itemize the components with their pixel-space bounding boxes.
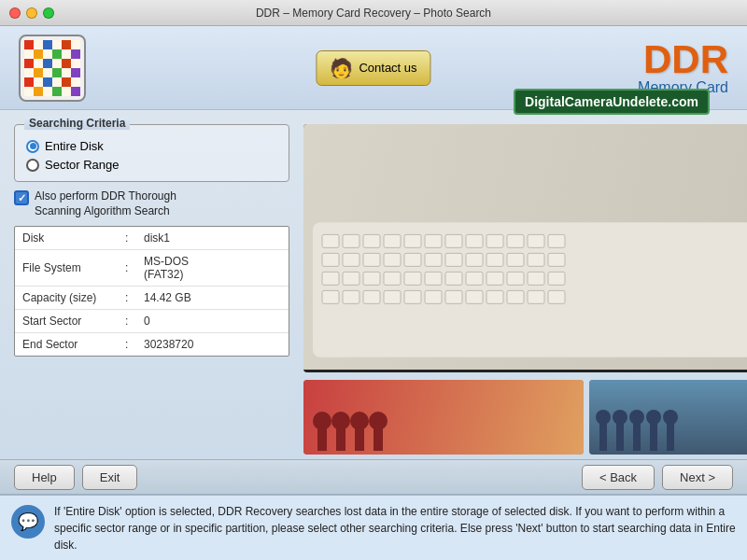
radio-sector-range-label: Sector Range	[45, 158, 120, 172]
di-colon-capacity: :	[125, 291, 144, 304]
radio-entire-disk[interactable]: Entire Disk	[26, 139, 277, 153]
di-label-fs: File System	[22, 261, 125, 274]
info-bar: 💬 If 'Entire Disk' option is selected, D…	[0, 495, 747, 560]
ddr-logo-text: DDR	[638, 40, 728, 79]
thumbnail-1[interactable]	[303, 380, 584, 455]
thorough-scan-row[interactable]: ✓ Also perform DDR ThoroughScanning Algo…	[14, 189, 289, 218]
di-value-end: 30238720	[144, 338, 193, 351]
di-value-start: 0	[144, 315, 150, 328]
radio-entire-disk-indicator	[26, 140, 39, 153]
next-button[interactable]: Next >	[662, 465, 733, 490]
thumbnail-2[interactable]	[589, 380, 747, 455]
di-label-disk: Disk	[22, 231, 125, 245]
right-panel	[303, 124, 747, 455]
right-buttons: < Back Next >	[582, 465, 733, 490]
search-criteria-label: Searching Criteria	[24, 117, 130, 130]
radio-sector-range[interactable]: Sector Range	[26, 158, 277, 172]
window-title: DDR – Memory Card Recovery – Photo Searc…	[256, 7, 491, 20]
disk-info-row-capacity: Capacity (size) : 14.42 GB	[15, 287, 289, 310]
back-button[interactable]: < Back	[582, 465, 655, 490]
button-bar: Help Exit < Back Next >	[0, 459, 747, 495]
di-colon-disk: :	[125, 231, 144, 245]
thorough-scan-label: Also perform DDR ThoroughScanning Algori…	[35, 189, 176, 218]
di-colon-start: :	[125, 315, 144, 328]
minimize-button[interactable]	[26, 7, 37, 19]
di-value-capacity: 14.42 GB	[144, 291, 191, 304]
help-button[interactable]: Help	[14, 465, 75, 490]
content-area: Searching Criteria Entire Disk Sector Ra…	[0, 110, 747, 459]
left-panel: Searching Criteria Entire Disk Sector Ra…	[14, 124, 289, 455]
search-criteria-box: Searching Criteria Entire Disk Sector Ra…	[14, 124, 289, 182]
close-button[interactable]	[9, 7, 21, 19]
left-buttons: Help Exit	[14, 465, 137, 490]
di-label-capacity: Capacity (size)	[22, 291, 125, 304]
di-colon-end: :	[125, 338, 144, 351]
di-label-start: Start Sector	[22, 315, 125, 328]
thumb1-canvas	[303, 380, 584, 455]
radio-entire-disk-label: Entire Disk	[45, 139, 104, 153]
exit-button[interactable]: Exit	[82, 465, 138, 490]
disk-info-row-fs: File System : MS-DOS(FAT32)	[15, 250, 289, 287]
di-colon-fs: :	[125, 261, 144, 274]
app-logo	[19, 35, 86, 102]
disk-info-row-start: Start Sector : 0	[15, 310, 289, 333]
contact-label: Contact us	[359, 61, 416, 75]
info-text: If 'Entire Disk' option is selected, DDR…	[54, 503, 736, 553]
brand-area: DDR Memory Card DigitalCameraUndelete.co…	[638, 40, 728, 96]
thumbnail-row	[303, 380, 747, 455]
disk-info-table: Disk : disk1 File System : MS-DOS(FAT32)…	[14, 226, 289, 357]
main-image-canvas	[303, 124, 747, 370]
info-icon: 💬	[11, 505, 45, 539]
main-window: 🧑 Contact us DDR Memory Card DigitalCame…	[0, 26, 747, 560]
radio-sector-range-indicator	[26, 159, 39, 172]
contact-button[interactable]: 🧑 Contact us	[316, 50, 430, 86]
thorough-scan-checkbox[interactable]: ✓	[14, 190, 29, 205]
radio-group: Entire Disk Sector Range	[26, 139, 277, 172]
header: 🧑 Contact us DDR Memory Card DigitalCame…	[0, 26, 747, 110]
logo-canvas	[24, 40, 80, 96]
contact-icon: 🧑	[330, 57, 353, 79]
disk-info-row-end: End Sector : 30238720	[15, 333, 289, 356]
titlebar: DDR – Memory Card Recovery – Photo Searc…	[0, 0, 747, 26]
checkbox-check-icon: ✓	[18, 192, 26, 204]
main-image	[303, 124, 747, 372]
di-value-fs: MS-DOS(FAT32)	[144, 255, 189, 281]
di-label-end: End Sector	[22, 338, 125, 351]
maximize-button[interactable]	[43, 7, 54, 19]
disk-info-row-disk: Disk : disk1	[15, 227, 289, 250]
di-value-disk: disk1	[144, 231, 170, 245]
window-controls	[9, 7, 54, 19]
thumb2-canvas	[589, 380, 747, 455]
